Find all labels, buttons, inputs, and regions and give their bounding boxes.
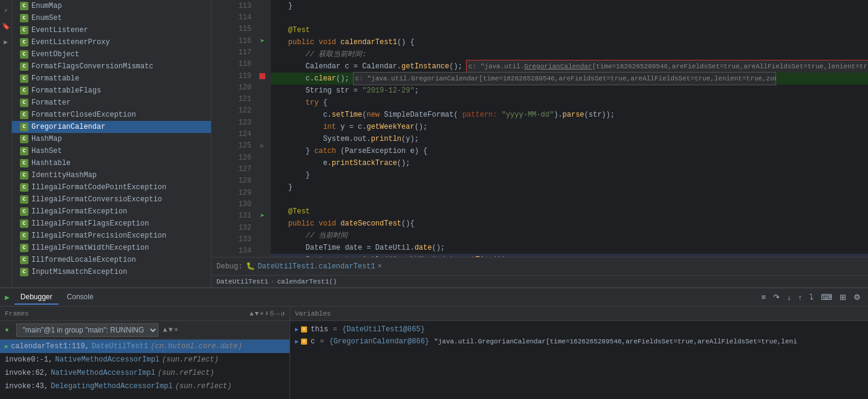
frames-export-icon[interactable]: ⬇ bbox=[265, 310, 269, 317]
tab-debugger[interactable]: Debugger bbox=[15, 290, 59, 305]
toolbar-btn-step-into[interactable]: ↓ bbox=[785, 291, 794, 303]
sidebar-item-label: IllegalFormatCodePointException bbox=[31, 183, 166, 192]
main-container: ⚡ 🔖 ▶ C EnumMap C EnumSet C EventListene… bbox=[0, 0, 868, 399]
breakpoint-dot[interactable] bbox=[259, 73, 265, 79]
gutter-131: ➤ bbox=[254, 210, 271, 222]
sidebar-item-gregoriancalendar[interactable]: C GregorianCalendar bbox=[12, 121, 211, 133]
sidebar-item-enummap[interactable]: C EnumMap bbox=[12, 0, 211, 12]
gutter-121 bbox=[254, 94, 271, 105]
breadcrumb-method[interactable]: calendarTest1() bbox=[277, 278, 337, 285]
line-num-134: 134 bbox=[212, 245, 254, 257]
resume-icon[interactable]: ▶ bbox=[5, 293, 10, 302]
sidebar-item-identityhashmap[interactable]: C IdentityHashMap bbox=[12, 169, 211, 181]
line-num-118: 118 bbox=[212, 59, 254, 70]
sidebar-item-label: EventListenerProxy bbox=[31, 38, 110, 47]
code-line-113: } bbox=[271, 0, 868, 12]
toolbar-btn-frames[interactable]: ≡ bbox=[759, 291, 768, 303]
sidebar-item-illegalformatcodepoint[interactable]: C IllegalFormatCodePointException bbox=[12, 181, 211, 193]
bottom-content: Frames ▲ ▼ ⌖ ⬇ ⎘ → ↺ ● "main"@1 i bbox=[0, 307, 868, 399]
breadcrumb-class[interactable]: DateUtilTest1 bbox=[216, 278, 268, 285]
variables-panel: Variables ▶ ≡ this = {DateUtilTest1@865}… bbox=[290, 307, 868, 399]
frame-item-0[interactable]: ▶ calendarTest1:119, DateUtilTest1 (cn.h… bbox=[0, 340, 290, 353]
sidebar-item-hashmap[interactable]: C HashMap bbox=[12, 133, 211, 145]
tooltip-119: c: "java.util.GregorianCalendar[time=162… bbox=[353, 72, 776, 85]
sidebar-item-eventlistener[interactable]: C EventListener bbox=[12, 24, 211, 36]
frame-item-2[interactable]: invoke:62, NativeMethodAccessorImpl (sun… bbox=[0, 366, 290, 380]
var-eq-this: = bbox=[333, 325, 337, 334]
sidebar-item-eventobject[interactable]: C EventObject bbox=[12, 48, 211, 60]
frame-package-0: (cn.hutool.core.date) bbox=[151, 342, 242, 351]
line-num-124: 124 bbox=[212, 128, 254, 140]
class-icon: C bbox=[19, 25, 29, 35]
class-icon: C bbox=[19, 183, 29, 192]
sidebar-item-label: IllegalFormatException bbox=[31, 207, 127, 216]
var-expand-this[interactable]: ▶ bbox=[295, 326, 299, 333]
sidebar-item-illegalformatprecision[interactable]: C IllegalFormatPrecisionException bbox=[12, 230, 211, 242]
toolbar-btn-settings[interactable]: ⚙ bbox=[851, 291, 863, 303]
debug-close-btn[interactable]: × bbox=[378, 262, 382, 271]
frames-up-icon[interactable]: ▲ bbox=[250, 310, 254, 317]
left-icon-2[interactable]: 🔖 bbox=[1, 21, 11, 31]
gutter-119[interactable] bbox=[254, 70, 271, 82]
thread-up-btn[interactable]: ▲ bbox=[163, 326, 167, 334]
thread-down-btn[interactable]: ▼ bbox=[169, 326, 173, 334]
thread-selector[interactable]: "main"@1 in group "main": RUNNING bbox=[16, 323, 158, 337]
expand-icon[interactable]: ▷ bbox=[261, 142, 264, 149]
gutter-115 bbox=[254, 24, 271, 35]
var-eq-c: = bbox=[320, 337, 324, 346]
sidebar-item-illegalformatflags[interactable]: C IllegalFormatFlagsException bbox=[12, 218, 211, 230]
code-line-131: public void dateSecondTest(){ bbox=[271, 218, 868, 230]
class-icon: C bbox=[19, 231, 29, 241]
tab-console[interactable]: Console bbox=[61, 290, 100, 305]
frame-package-2: (sun.reflect) bbox=[158, 369, 215, 377]
class-icon: C bbox=[19, 98, 29, 108]
frame-class-2: NativeMethodAccessorImpl bbox=[51, 369, 155, 377]
thread-filter-btn[interactable]: ⌖ bbox=[174, 326, 178, 334]
sidebar-item-illegalformatconversion[interactable]: C IllegalFormatConversioExceptio bbox=[12, 193, 211, 206]
frames-filter-icon[interactable]: ⌖ bbox=[260, 310, 264, 317]
sidebar-item-formatterclosedexception[interactable]: C FormatterClosedException bbox=[12, 109, 211, 121]
line-num-119: 119 bbox=[212, 70, 254, 82]
toolbar-btn-evaluate[interactable]: ⌨ bbox=[818, 291, 835, 303]
sidebar-item-formatter[interactable]: C Formatter bbox=[12, 97, 211, 109]
sidebar-item-formatflags[interactable]: C FormatFlagsConversionMismatc bbox=[12, 60, 211, 73]
sidebar-item-illegalformatwidth[interactable]: C IllegalFormatWidthException bbox=[12, 242, 211, 254]
toolbar-btn-grid[interactable]: ⊞ bbox=[837, 291, 849, 303]
left-icon-3[interactable]: ▶ bbox=[1, 36, 11, 47]
frames-copy-icon[interactable]: ⎘ bbox=[270, 310, 274, 317]
frames-arrow-icon[interactable]: → bbox=[276, 310, 280, 317]
code-line-122: c.setTime(new SimpleDateFormat( pattern:… bbox=[271, 109, 868, 121]
sidebar-item-illegalformatexception[interactable]: C IllegalFormatException bbox=[12, 206, 211, 218]
gutter-126 bbox=[254, 152, 271, 163]
sidebar-item-eventlistenerproxy[interactable]: C EventListenerProxy bbox=[12, 36, 211, 48]
var-expand-c[interactable]: ▶ bbox=[295, 338, 299, 345]
sidebar-item-formattableflags[interactable]: C FormattableFlags bbox=[12, 85, 211, 97]
sidebar-item-formattable[interactable]: C Formattable bbox=[12, 73, 211, 85]
class-icon: C bbox=[19, 219, 29, 229]
frames-reset-icon[interactable]: ↺ bbox=[280, 310, 285, 317]
code-content[interactable]: 113 114 115 116 117 118 119 120 121 122 … bbox=[212, 0, 868, 257]
sidebar-item-illformedlocale[interactable]: C IllformedLocaleException bbox=[12, 254, 211, 266]
class-icon: C bbox=[19, 267, 29, 277]
frames-down-icon[interactable]: ▼ bbox=[255, 310, 259, 317]
class-icon: C bbox=[19, 146, 29, 156]
sidebar-item-enumset[interactable]: C EnumSet bbox=[12, 12, 211, 24]
sidebar-item-hashtable[interactable]: C Hashtable bbox=[12, 157, 211, 169]
sidebar-item-label: IdentityHashMap bbox=[31, 171, 97, 180]
left-icon-1[interactable]: ⚡ bbox=[1, 5, 11, 16]
sidebar-item-hashset[interactable]: C HashSet bbox=[12, 145, 211, 157]
frame-item-3[interactable]: invoke:43, DelegatingMethodAccessorImpl … bbox=[0, 380, 290, 393]
toolbar-btn-step-out[interactable]: ↑ bbox=[796, 291, 805, 303]
toolbar-btn-step-over[interactable]: ↷ bbox=[771, 291, 782, 303]
frame-method-0: calendarTest1:119, bbox=[11, 342, 89, 351]
gutter-122 bbox=[254, 105, 271, 117]
variables-panel-header: Variables bbox=[290, 307, 868, 321]
sidebar-item-inputmismatch[interactable]: C InputMismatchException bbox=[12, 266, 211, 278]
toolbar-btn-run-to-cursor[interactable]: ⤵ bbox=[807, 291, 816, 303]
thread-play-icon: ● bbox=[5, 326, 9, 334]
frame-item-1[interactable]: invoke0:-1, NativeMethodAccessorImpl (su… bbox=[0, 353, 290, 366]
debug-filename[interactable]: DateUtilTest1.calendarTest1 bbox=[257, 262, 375, 271]
bottom-panel: ▶ Debugger Console ≡ ↷ ↓ ↑ ⤵ ⌨ ⊞ ⚙ Frame… bbox=[0, 287, 868, 399]
sidebar-item-label: IllegalFormatPrecisionException bbox=[31, 232, 166, 240]
gutter-118 bbox=[254, 59, 271, 70]
